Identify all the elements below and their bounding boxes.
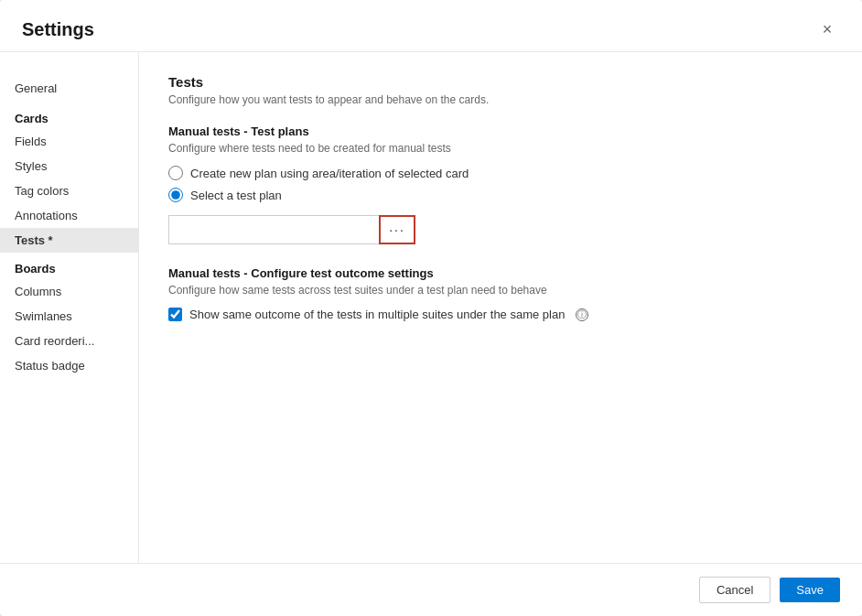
sidebar-item-status-badge[interactable]: Status badge [0,353,138,378]
radio-option2-label[interactable]: Select a test plan [168,188,833,202]
test-plan-input[interactable] [168,215,379,244]
main-content: Tests Configure how you want tests to ap… [139,52,862,563]
sidebar-item-card-reordering[interactable]: Card reorderi... [0,329,138,353]
test-plan-browse-button[interactable]: ··· [379,215,415,244]
sidebar-item-columns[interactable]: Columns [0,279,138,304]
sidebar-item-fields[interactable]: Fields [0,129,138,154]
close-button[interactable]: × [814,16,840,42]
cancel-button[interactable]: Cancel [699,577,770,603]
save-button[interactable]: Save [780,578,840,602]
manual-tests-desc: Configure where tests need to be created… [168,142,833,155]
outcome-checkbox-text: Show same outcome of the tests in multip… [189,308,565,321]
sidebar-item-swimlanes[interactable]: Swimlanes [0,304,138,329]
radio-option2-input[interactable] [168,188,183,202]
radio-option1-label[interactable]: Create new plan using area/iteration of … [168,166,833,180]
sidebar: General Cards Fields Styles Tag colors A… [0,52,139,563]
sidebar-item-annotations[interactable]: Annotations [0,203,138,228]
sidebar-item-styles[interactable]: Styles [0,154,138,178]
outcome-section: Manual tests - Configure test outcome se… [168,266,833,321]
outcome-desc: Configure how same tests across test sui… [168,284,833,297]
sidebar-item-tag-colors[interactable]: Tag colors [0,178,138,203]
info-icon[interactable]: ⓘ [576,308,588,321]
dialog-footer: Cancel Save [0,563,862,616]
dialog-title: Settings [22,19,94,40]
sidebar-cards-label: Cards [0,103,138,129]
radio-group-test-plan: Create new plan using area/iteration of … [168,166,833,202]
outcome-title: Manual tests - Configure test outcome se… [168,266,833,280]
test-plan-input-row: ··· [168,215,833,244]
dialog-header: Settings × [0,0,862,52]
outcome-checkbox-input[interactable] [168,308,182,321]
outcome-checkbox-label[interactable]: Show same outcome of the tests in multip… [168,308,833,321]
sidebar-boards-label: Boards [0,253,138,279]
sidebar-item-general[interactable]: General [0,67,138,103]
radio-option1-text: Create new plan using area/iteration of … [190,167,469,180]
sidebar-item-tests[interactable]: Tests * [0,228,138,253]
section-title: Tests [168,74,833,90]
settings-dialog: Settings × General Cards Fields Styles T… [0,0,862,616]
section-desc: Configure how you want tests to appear a… [168,93,833,106]
radio-option2-text: Select a test plan [190,189,282,202]
dialog-body: General Cards Fields Styles Tag colors A… [0,52,862,563]
radio-option1-input[interactable] [168,166,183,180]
manual-tests-title: Manual tests - Test plans [168,124,833,138]
